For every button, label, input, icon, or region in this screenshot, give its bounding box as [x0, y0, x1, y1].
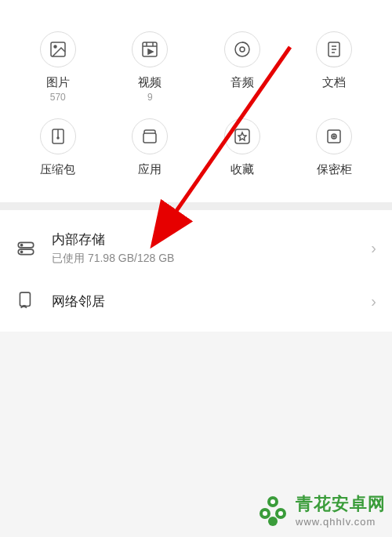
storage-list: 内部存储 已使用 71.98 GB/128 GB › 网络邻居 › [0, 210, 392, 332]
category-count: 9 [147, 92, 153, 103]
svg-point-14 [333, 136, 335, 137]
category-archives[interactable]: 压缩包 [16, 114, 100, 183]
network-title: 网络邻居 [52, 292, 371, 310]
document-icon [316, 31, 352, 67]
internal-storage-subtitle: 已使用 71.98 GB/128 GB [52, 252, 371, 266]
categories-panel: 图片 570 视频 9 音频 文档 [0, 0, 392, 202]
storage-text: 网络邻居 [52, 292, 371, 310]
svg-point-4 [235, 42, 249, 56]
svg-rect-9 [143, 133, 156, 143]
search-bar-placeholder [16, 0, 376, 16]
svg-point-26 [270, 499, 275, 504]
category-label: 音频 [230, 75, 254, 90]
svg-point-8 [57, 137, 59, 139]
category-label: 应用 [138, 162, 162, 177]
app-icon [132, 118, 168, 154]
svg-point-18 [21, 251, 23, 252]
category-label: 保密柜 [317, 162, 352, 177]
category-safe[interactable]: 保密柜 [292, 114, 377, 183]
svg-point-28 [278, 511, 283, 516]
internal-storage-row[interactable]: 内部存储 已使用 71.98 GB/128 GB › [0, 218, 392, 278]
category-label: 压缩包 [40, 162, 75, 177]
watermark-logo-icon [253, 490, 292, 529]
audio-icon [224, 31, 260, 67]
image-icon [40, 31, 76, 67]
category-docs[interactable]: 文档 [292, 27, 377, 107]
svg-point-27 [263, 511, 267, 516]
section-divider [0, 202, 392, 210]
svg-point-1 [54, 45, 56, 48]
svg-marker-11 [238, 132, 246, 140]
watermark-title: 青花安卓网 [296, 492, 386, 516]
category-label: 视频 [138, 75, 162, 90]
storage-icon [16, 238, 41, 259]
svg-marker-3 [148, 49, 153, 54]
category-videos[interactable]: 视频 9 [108, 27, 193, 107]
svg-rect-19 [20, 292, 30, 306]
network-neighbor-row[interactable]: 网络邻居 › [0, 278, 392, 324]
category-label: 图片 [46, 75, 70, 90]
network-icon [16, 291, 41, 311]
category-label: 收藏 [230, 162, 254, 177]
category-favorites[interactable]: 收藏 [200, 114, 285, 183]
safe-icon [316, 118, 352, 154]
svg-point-17 [21, 244, 23, 245]
watermark: 青花安卓网 www.qhhlv.com [253, 490, 386, 529]
category-grid: 图片 570 视频 9 音频 文档 [16, 27, 376, 183]
star-icon [224, 118, 260, 154]
svg-point-25 [268, 517, 278, 526]
watermark-url: www.qhhlv.com [296, 516, 386, 528]
video-icon [132, 31, 168, 67]
storage-text: 内部存储 已使用 71.98 GB/128 GB [52, 230, 371, 266]
category-apps[interactable]: 应用 [108, 114, 193, 183]
chevron-right-icon: › [371, 292, 376, 310]
archive-icon [40, 118, 76, 154]
category-label: 文档 [322, 75, 346, 90]
chevron-right-icon: › [371, 239, 376, 257]
category-audio[interactable]: 音频 [200, 27, 285, 107]
internal-storage-title: 内部存储 [52, 230, 371, 249]
category-images[interactable]: 图片 570 [16, 27, 100, 107]
svg-point-5 [240, 47, 245, 52]
svg-rect-2 [143, 42, 157, 56]
category-count: 570 [50, 92, 66, 103]
